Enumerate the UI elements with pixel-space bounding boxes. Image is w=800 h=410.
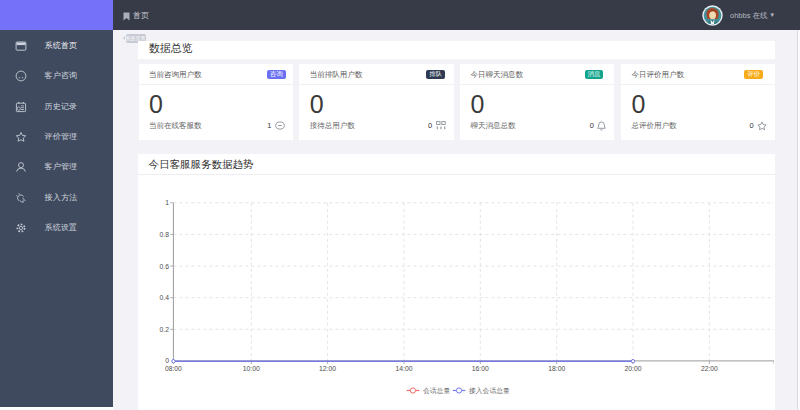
svg-text:会话总量: 会话总量 bbox=[423, 387, 450, 395]
svg-text:接入会话总量: 接入会话总量 bbox=[469, 387, 510, 395]
svg-text:0.6: 0.6 bbox=[160, 263, 170, 270]
svg-text:0.4: 0.4 bbox=[160, 294, 170, 301]
svg-text:08:00: 08:00 bbox=[165, 365, 182, 372]
svg-text:20:00: 20:00 bbox=[624, 365, 641, 372]
svg-text:14:00: 14:00 bbox=[395, 365, 412, 372]
svg-text:12:00: 12:00 bbox=[319, 365, 336, 372]
svg-text:0.2: 0.2 bbox=[160, 326, 170, 333]
svg-text:1: 1 bbox=[165, 199, 169, 206]
svg-text:0.8: 0.8 bbox=[160, 231, 170, 238]
svg-text:18:00: 18:00 bbox=[548, 365, 565, 372]
svg-text:0: 0 bbox=[165, 357, 169, 364]
svg-text:10:00: 10:00 bbox=[243, 365, 260, 372]
svg-text:16:00: 16:00 bbox=[472, 365, 489, 372]
svg-text:22:00: 22:00 bbox=[701, 365, 718, 372]
